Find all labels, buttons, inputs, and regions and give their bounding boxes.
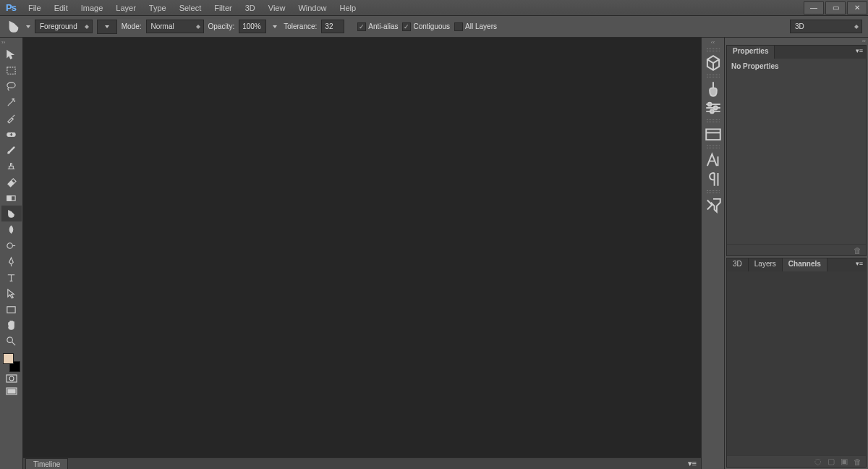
quick-mask-toggle[interactable] [1,372,22,385]
marquee-tool[interactable] [1,62,22,78]
dock-grip-icon[interactable] [707,190,720,193]
blend-mode-select[interactable]: Normal [146,20,204,33]
svg-rect-12 [8,389,15,393]
properties-menu-icon[interactable]: ▾≡ [853,46,866,59]
dock-adjustments-panel-icon[interactable] [704,100,723,116]
maximize-button[interactable]: ▭ [825,1,846,14]
document-canvas[interactable] [23,38,701,457]
antialias-checkbox[interactable]: ✓Anti-alias [357,22,398,31]
mode-label: Mode: [122,22,142,30]
svg-rect-0 [7,67,15,73]
layers-panel-group: 3D Layers Channels ▾≡ ◌ ▢ ▣ 🗑 [726,258,867,468]
toolbox-expand-icon[interactable]: ›› [0,39,7,46]
pattern-swatch[interactable] [97,20,117,34]
properties-tab[interactable]: Properties [727,46,775,59]
dock-paragraph-panel-icon[interactable] [704,171,723,187]
tab-channels[interactable]: Channels [783,258,827,271]
timeline-tab[interactable]: Timeline [25,458,68,470]
tool-options-bar: Foreground Mode: Normal Opacity: 100% To… [0,16,868,38]
dodge-tool[interactable] [1,237,22,253]
new-channel-icon[interactable]: ▣ [841,457,848,466]
main-menu-bar: File Edit Image Layer Type Select Filter… [22,1,362,14]
blur-tool[interactable] [1,221,22,237]
menu-3d[interactable]: 3D [239,1,262,14]
rectangle-tool[interactable] [1,301,22,317]
color-swatches[interactable] [1,353,22,372]
current-tool-icon[interactable] [6,20,22,34]
svg-rect-5 [7,195,12,200]
contiguous-checkbox[interactable]: ✓Contiguous [402,22,450,31]
eyedropper-tool[interactable] [1,110,22,126]
dock-brush-panel-icon[interactable] [704,81,723,97]
menu-image[interactable]: Image [75,1,110,14]
menu-window[interactable]: Window [292,1,333,14]
timeline-panel-bar: Timeline ▾≡ [23,457,701,469]
main-area: ›› Timeline ▾≡ ‹‹ [0,38,868,469]
fill-source-value: Foreground [40,22,77,30]
svg-point-1 [7,82,15,88]
panels-collapse-icon[interactable]: ›› [725,38,868,45]
screen-mode-toggle[interactable] [1,385,22,398]
menu-view[interactable]: View [262,1,292,14]
menu-layer[interactable]: Layer [109,1,142,14]
load-selection-icon[interactable]: ◌ [814,457,822,466]
svg-rect-7 [7,306,15,312]
menu-file[interactable]: File [22,1,48,14]
path-selection-tool[interactable] [1,285,22,301]
pen-tool[interactable] [1,253,22,269]
paint-bucket-tool[interactable] [1,206,22,221]
all-layers-checkbox[interactable]: All Layers [454,22,497,31]
zoom-tool[interactable] [1,333,22,349]
dock-character-panel-icon[interactable] [704,152,723,168]
fill-source-select[interactable]: Foreground [35,20,93,33]
opacity-label: Opacity: [208,22,235,30]
healing-brush-tool[interactable] [1,126,22,142]
workspace-select[interactable]: 3D [790,20,862,33]
dock-grip-icon[interactable] [707,75,720,77]
timeline-menu-icon[interactable]: ▾≡ [688,459,697,468]
menu-filter[interactable]: Filter [208,1,238,14]
hand-tool[interactable] [1,317,22,333]
toolbox: ›› [0,38,23,469]
window-controls: — ▭ ✕ [803,0,868,16]
dock-3d-panel-icon[interactable] [704,55,723,71]
layers-menu-icon[interactable]: ▾≡ [853,258,866,271]
dock-grip-icon[interactable] [707,145,720,148]
trash-icon[interactable]: 🗑 [854,246,861,255]
menu-edit[interactable]: Edit [48,1,75,14]
dock-styles-panel-icon[interactable] [704,126,723,142]
tab-layers[interactable]: Layers [749,258,783,271]
dock-grip-icon[interactable] [707,119,720,122]
svg-point-6 [7,242,13,248]
menu-type[interactable]: Type [142,1,173,14]
dock-expand-icon[interactable]: ‹‹ [702,39,724,46]
channels-body [727,271,866,455]
close-button[interactable]: ✕ [847,1,867,14]
tab-3d[interactable]: 3D [727,258,749,271]
eraser-tool[interactable] [1,174,22,190]
save-selection-icon[interactable]: ▢ [827,457,835,466]
delete-channel-icon[interactable]: 🗑 [854,457,861,466]
svg-point-2 [14,101,15,101]
magic-wand-tool[interactable] [1,94,22,110]
opacity-input[interactable]: 100% [239,20,266,33]
foreground-swatch[interactable] [3,353,14,364]
tolerance-input[interactable]: 32 [321,20,344,33]
dock-tool-presets-icon[interactable] [704,197,723,213]
title-bar: Ps File Edit Image Layer Type Select Fil… [0,0,868,16]
menu-select[interactable]: Select [173,1,208,14]
lasso-tool[interactable] [1,78,22,94]
dock-grip-icon[interactable] [707,48,720,51]
minimize-button[interactable]: — [804,1,824,14]
properties-tabs: Properties ▾≡ [727,46,866,59]
brush-tool[interactable] [1,142,22,158]
panels-column: ›› Properties ▾≡ No Properties 🗑 3D Laye… [725,38,868,469]
menu-help[interactable]: Help [333,1,363,14]
gradient-tool[interactable] [1,190,22,206]
opacity-dropdown-icon[interactable] [271,20,279,34]
type-tool[interactable] [1,269,22,285]
properties-footer: 🗑 [727,244,866,255]
move-tool[interactable] [1,46,22,62]
clone-stamp-tool[interactable] [1,158,22,174]
tool-preset-dropdown-icon[interactable] [26,25,30,28]
